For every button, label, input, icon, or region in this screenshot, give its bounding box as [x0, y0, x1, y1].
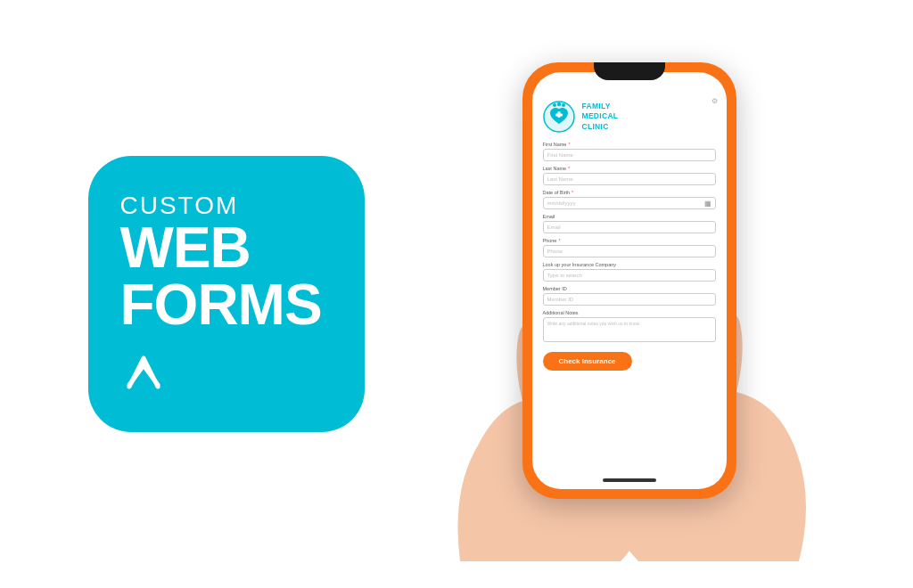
- email-input[interactable]: Email: [543, 221, 716, 233]
- insurance-lookup-input[interactable]: Type to search: [543, 269, 716, 282]
- clinic-name: FAMILY MEDICAL CLINIC: [582, 102, 619, 131]
- insurance-label: Look up your Insurance Company: [543, 262, 716, 267]
- check-insurance-button[interactable]: Check Insurance: [543, 352, 632, 371]
- phone-wrapper: ⚙: [433, 45, 826, 543]
- clinic-logo: [543, 101, 575, 133]
- phone-notch: [594, 62, 665, 80]
- required-marker: *: [568, 142, 570, 147]
- email-label: Email: [543, 214, 716, 219]
- dob-field: Date of Birth * mm/dd/yyyy ▦: [543, 190, 716, 209]
- phone-device: ⚙: [522, 62, 736, 499]
- member-id-label: Member ID: [543, 286, 716, 291]
- svg-point-3: [553, 103, 556, 107]
- required-marker: *: [568, 166, 570, 171]
- svg-rect-2: [555, 114, 563, 117]
- tile-line2: WEB: [120, 219, 251, 276]
- member-id-input[interactable]: Member ID: [543, 293, 716, 306]
- svg-point-5: [562, 103, 565, 107]
- email-field: Email Email: [543, 214, 716, 233]
- settings-icon[interactable]: ⚙: [711, 97, 718, 105]
- last-name-label: Last Name *: [543, 166, 716, 171]
- member-id-field: Member ID Member ID: [543, 286, 716, 306]
- phone-screen: ⚙: [532, 72, 727, 489]
- phone-input[interactable]: Phone: [543, 245, 716, 257]
- custom-web-forms-tile: CUSTOM WEB FORMS: [88, 156, 365, 432]
- first-name-label: First Name *: [543, 142, 716, 147]
- first-name-input[interactable]: First Name: [543, 149, 716, 161]
- dob-input[interactable]: mm/dd/yyyy ▦: [543, 197, 716, 209]
- first-name-field: First Name * First Name: [543, 142, 716, 161]
- phone-label: Phone *: [543, 238, 716, 243]
- tile-line3: FORMS: [120, 276, 322, 333]
- insurance-lookup-field: Look up your Insurance Company Type to s…: [543, 262, 716, 282]
- screen-content: ⚙: [532, 72, 727, 489]
- notes-textarea[interactable]: Write any additional notes you wish us t…: [543, 317, 716, 342]
- required-marker: *: [572, 190, 573, 195]
- last-name-field: Last Name * Last Name: [543, 166, 716, 185]
- notes-label: Additional Notes: [543, 310, 716, 315]
- home-bar: [603, 478, 656, 482]
- clinic-header: FAMILY MEDICAL CLINIC: [543, 97, 716, 133]
- arrow-icon: [120, 349, 167, 396]
- phone-field: Phone * Phone: [543, 238, 716, 257]
- svg-point-4: [556, 102, 560, 106]
- scene: CUSTOM WEB FORMS: [0, 0, 913, 588]
- notes-field: Additional Notes Write any additional no…: [543, 310, 716, 342]
- last-name-input[interactable]: Last Name: [543, 173, 716, 185]
- required-marker: *: [558, 238, 560, 243]
- dob-label: Date of Birth *: [543, 190, 716, 195]
- calendar-icon: ▦: [704, 200, 711, 208]
